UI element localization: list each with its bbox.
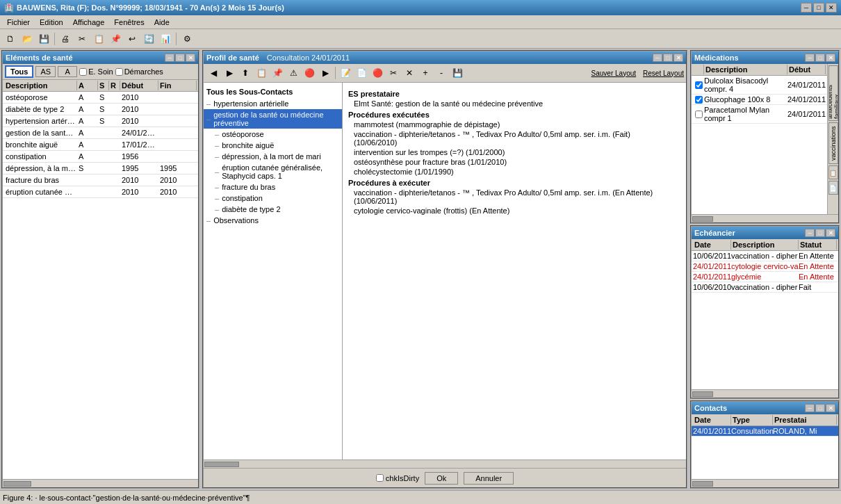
tree-item[interactable]: –gestion de la santé ou médecine prévent… xyxy=(204,109,342,129)
med-scrollbar[interactable] xyxy=(692,214,838,222)
profil-btn-15[interactable]: - xyxy=(434,65,449,81)
med-close[interactable]: ✕ xyxy=(826,54,835,62)
sidebar-vaccinations[interactable]: vaccinations xyxy=(828,122,838,164)
tree-root[interactable]: Tous les Sous-Contacts xyxy=(204,86,342,98)
menu-edition[interactable]: Edition xyxy=(35,17,67,27)
tool-btn-2[interactable]: ✂ xyxy=(74,31,90,47)
ech-minimize[interactable]: ─ xyxy=(805,229,815,237)
med-row[interactable]: Dulcolax Bisacodyl compr. 4 24/01/2011 xyxy=(692,76,827,95)
profil-scrollbar[interactable] xyxy=(204,460,686,468)
filter-esoin-label[interactable]: E. Soin xyxy=(79,67,113,76)
filter-demarches-label[interactable]: Démarches xyxy=(115,67,163,76)
reset-layout-btn[interactable]: Reset Layout xyxy=(643,70,684,77)
table-row[interactable]: fracture du bras 2010 2010 xyxy=(3,174,198,186)
profil-btn-2[interactable]: ▶ xyxy=(222,65,237,81)
tool-btn-8[interactable]: ⚙ xyxy=(179,31,195,47)
profil-btn-9[interactable]: 📝 xyxy=(338,65,353,81)
profil-maximize[interactable]: □ xyxy=(663,54,673,62)
ech-row[interactable]: 10/06/2010 vaccination - dipher Fait xyxy=(692,282,838,293)
menu-fenetres[interactable]: Fenêtres xyxy=(110,17,148,27)
profil-btn-16[interactable]: 💾 xyxy=(450,65,465,81)
contacts-maximize[interactable]: □ xyxy=(815,404,825,412)
table-row[interactable]: dépression, à la mort de s S 1995 1995 xyxy=(3,163,198,174)
tree-item[interactable]: –bronchite aiguë xyxy=(204,140,342,151)
filter-tous[interactable]: Tous xyxy=(5,65,33,78)
filter-as[interactable]: AS xyxy=(35,66,56,77)
tool-btn-4[interactable]: 📌 xyxy=(108,31,123,47)
chk-dirty-label[interactable]: chkIsDirty xyxy=(376,474,419,482)
table-row[interactable]: constipation A 1956 xyxy=(3,151,198,163)
ech-close[interactable]: ✕ xyxy=(826,229,835,237)
panel-close[interactable]: ✕ xyxy=(186,54,195,62)
profil-btn-4[interactable]: 📋 xyxy=(254,65,269,81)
profil-btn-13[interactable]: ✕ xyxy=(402,65,417,81)
annuler-button[interactable]: Annuler xyxy=(464,472,514,485)
filter-a[interactable]: A xyxy=(58,66,77,77)
tree-item[interactable]: –ostéoporose xyxy=(204,129,342,140)
med-checkbox[interactable] xyxy=(695,96,703,104)
profil-btn-8[interactable]: ▶ xyxy=(318,65,333,81)
filter-esoin-checkbox[interactable] xyxy=(79,68,87,76)
filter-demarches-checkbox[interactable] xyxy=(115,68,123,76)
profil-minimize[interactable]: ─ xyxy=(653,54,662,62)
tree-item[interactable]: –Observations xyxy=(204,215,342,226)
tree-item[interactable]: –constipation xyxy=(204,193,342,204)
sauver-layout-btn[interactable]: Sauver Layout xyxy=(591,70,637,77)
profil-btn-6[interactable]: ⚠ xyxy=(286,65,301,81)
med-checkbox[interactable] xyxy=(695,111,703,118)
profil-btn-5[interactable]: 📌 xyxy=(270,65,285,81)
med-minimize[interactable]: ─ xyxy=(805,54,815,62)
panel-maximize[interactable]: □ xyxy=(175,54,185,62)
ok-button[interactable]: Ok xyxy=(425,472,458,485)
ech-row[interactable]: 24/01/2011 glycémie En Attente xyxy=(692,272,838,282)
contacts-close[interactable]: ✕ xyxy=(826,404,835,412)
tree-item[interactable]: –dépression, à la mort de mari xyxy=(204,151,342,162)
med-checkbox[interactable] xyxy=(695,81,703,89)
panel-minimize[interactable]: ─ xyxy=(165,54,174,62)
profil-btn-10[interactable]: 📄 xyxy=(354,65,369,81)
sidebar-antecedents[interactable]: antécédents familiaux xyxy=(828,65,838,121)
ech-row[interactable]: 10/06/2011 vaccination - dipher En Atten… xyxy=(692,251,838,261)
ech-maximize[interactable]: □ xyxy=(815,229,825,237)
print-button[interactable]: 🖨 xyxy=(58,31,73,47)
profil-btn-14[interactable]: + xyxy=(418,65,433,81)
table-row[interactable]: ostéoporose A S 2010 xyxy=(3,92,198,104)
profil-btn-3[interactable]: ⬆ xyxy=(238,65,253,81)
tree-item[interactable]: –diabète de type 2 xyxy=(204,204,342,215)
save-button[interactable]: 💾 xyxy=(36,31,51,47)
med-row[interactable]: Glucophage 100x 8 24/01/2011 xyxy=(692,95,827,105)
table-row[interactable]: hypertension artérielle A S 2010 xyxy=(3,115,198,127)
open-button[interactable]: 📂 xyxy=(19,31,35,47)
tree-item[interactable]: –hypertension artérielle xyxy=(204,98,342,109)
tree-item[interactable]: –fracture du bras xyxy=(204,181,342,193)
table-row[interactable]: diabète de type 2 A S 2010 xyxy=(3,104,198,115)
tree-item[interactable]: –éruption cutanée généralisée, Staphycid… xyxy=(204,162,342,181)
menu-aide[interactable]: Aide xyxy=(150,17,174,27)
ech-scrollbar[interactable] xyxy=(692,389,838,398)
tool-btn-3[interactable]: 📋 xyxy=(91,31,106,47)
maximize-button[interactable]: □ xyxy=(813,3,824,13)
med-row[interactable]: Paracetamol Mylan compr 1 24/01/2011 xyxy=(692,105,827,124)
table-row[interactable]: gestion de la santé ou mé A 24/01/2011 xyxy=(3,127,198,139)
table-row[interactable]: bronchite aiguë A 17/01/2011 xyxy=(3,139,198,151)
profil-btn-12[interactable]: ✂ xyxy=(386,65,401,81)
contacts-scrollbar[interactable] xyxy=(692,479,838,487)
menu-affichage[interactable]: Affichage xyxy=(69,17,109,27)
ech-row[interactable]: 24/01/2011 cytologie cervico-va En Atten… xyxy=(692,261,838,272)
profil-btn-7[interactable]: 🔴 xyxy=(302,65,317,81)
tool-btn-7[interactable]: 📊 xyxy=(158,31,173,47)
elements-sante-scrollbar[interactable] xyxy=(3,479,198,487)
minimize-button[interactable]: ─ xyxy=(801,3,812,13)
sidebar-other-1[interactable]: 📋 xyxy=(828,165,838,179)
tool-btn-6[interactable]: 🔄 xyxy=(141,31,156,47)
tool-btn-5[interactable]: ↩ xyxy=(124,31,140,47)
med-maximize[interactable]: □ xyxy=(815,54,825,62)
contacts-row[interactable]: 24/01/2011 Consultation ROLAND, Mi xyxy=(692,426,838,437)
close-button[interactable]: ✕ xyxy=(826,3,837,13)
profil-btn-11[interactable]: 🔴 xyxy=(370,65,385,81)
profil-close[interactable]: ✕ xyxy=(673,54,683,62)
table-row[interactable]: éruption cutanée générali 2010 2010 xyxy=(3,186,198,198)
menu-fichier[interactable]: Fichier xyxy=(3,17,34,27)
profil-btn-1[interactable]: ◀ xyxy=(206,65,221,81)
new-button[interactable]: 🗋 xyxy=(3,31,18,47)
